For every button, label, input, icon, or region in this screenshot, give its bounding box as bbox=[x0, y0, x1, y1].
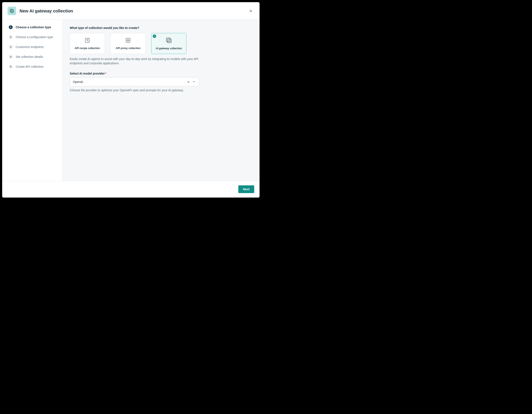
required-asterisk: * bbox=[105, 72, 106, 75]
clear-icon bbox=[187, 81, 190, 83]
svg-point-13 bbox=[169, 41, 170, 41]
svg-rect-9 bbox=[128, 40, 129, 41]
step-label: Set collection details bbox=[16, 55, 43, 58]
check-icon bbox=[153, 35, 155, 37]
wizard-steps: 1 Choose a collection type 2 Choose a co… bbox=[2, 20, 62, 181]
step-number: 1 bbox=[9, 25, 13, 29]
caret-down-icon bbox=[193, 81, 195, 83]
step-choose-configuration-type[interactable]: 2 Choose a configuration type bbox=[9, 35, 56, 39]
svg-point-3 bbox=[12, 11, 12, 12]
step-set-collection-details[interactable]: 4 Set collection details bbox=[9, 55, 56, 59]
ai-gateway-icon bbox=[8, 7, 16, 15]
step-label: Choose a configuration type bbox=[16, 35, 53, 39]
provider-select[interactable]: OpenAI bbox=[70, 77, 199, 86]
card-label: API recipe collection bbox=[75, 47, 100, 50]
next-button[interactable]: Next bbox=[238, 185, 254, 193]
step-number: 5 bbox=[9, 65, 13, 69]
dialog-title: New AI gateway collection bbox=[19, 9, 73, 13]
dialog-header: New AI gateway collection bbox=[2, 2, 259, 20]
step-customize-endpoints[interactable]: 3 Customize endpoints bbox=[9, 45, 56, 49]
provider-helper-text: Choose the provider to optimize your Ope… bbox=[70, 89, 252, 92]
provider-clear-button[interactable] bbox=[186, 79, 191, 85]
card-api-recipe-collection[interactable]: API recipe collection bbox=[70, 33, 105, 54]
card-ai-gateway-collection[interactable]: AI gateway collection bbox=[151, 33, 186, 54]
svg-point-12 bbox=[168, 39, 168, 40]
provider-dropdown-toggle[interactable] bbox=[191, 79, 197, 85]
selected-badge bbox=[153, 35, 156, 38]
step-number: 4 bbox=[9, 55, 13, 59]
provider-field-label: Select AI model provider* bbox=[70, 72, 252, 75]
svg-point-2 bbox=[11, 10, 12, 10]
step-label: Choose a collection type bbox=[16, 26, 51, 29]
close-button[interactable] bbox=[247, 8, 254, 14]
step-label: Create API collection bbox=[16, 65, 44, 68]
card-api-proxy-collection[interactable]: API proxy collection bbox=[111, 33, 146, 54]
step-choose-collection-type[interactable]: 1 Choose a collection type bbox=[9, 25, 56, 29]
step-label: Customize endpoints bbox=[16, 45, 44, 49]
card-label: API proxy collection bbox=[116, 47, 140, 50]
main-panel: What type of collection would you like t… bbox=[62, 20, 259, 181]
recipe-icon bbox=[84, 37, 90, 44]
step-create-api-collection[interactable]: 5 Create API collection bbox=[9, 65, 56, 69]
dialog-footer: Next bbox=[2, 181, 259, 197]
collection-type-description: Easily create AI agents to assist with y… bbox=[70, 57, 199, 65]
proxy-icon bbox=[125, 37, 131, 44]
collection-type-cards: API recipe collection API proxy collecti… bbox=[70, 33, 252, 54]
dialog-body: 1 Choose a collection type 2 Choose a co… bbox=[2, 20, 259, 181]
new-collection-dialog: New AI gateway collection 1 Choose a col… bbox=[2, 2, 260, 198]
provider-select-value: OpenAI bbox=[73, 80, 186, 83]
card-label: AI gateway collection bbox=[156, 47, 182, 50]
step-number: 3 bbox=[9, 45, 13, 49]
ai-gateway-card-icon bbox=[166, 37, 172, 44]
collection-type-question: What type of collection would you like t… bbox=[70, 26, 252, 30]
step-number: 2 bbox=[9, 35, 13, 39]
close-icon bbox=[249, 9, 253, 13]
